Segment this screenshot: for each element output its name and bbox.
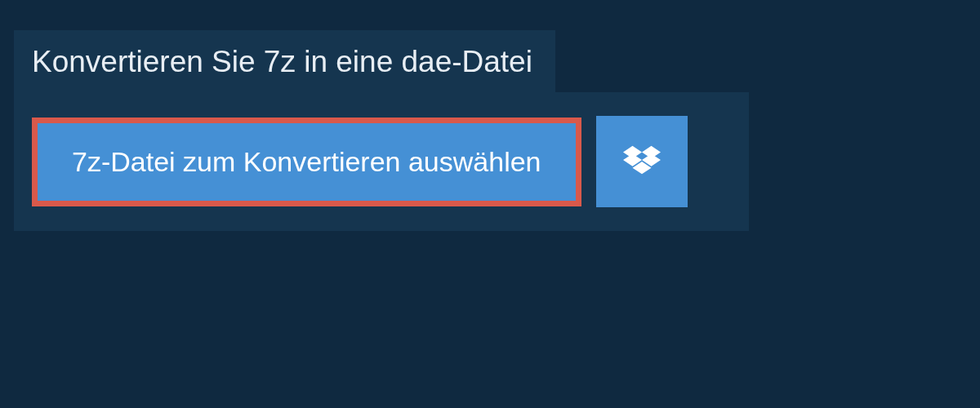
dropbox-button[interactable]	[596, 116, 688, 207]
upload-panel: 7z-Datei zum Konvertieren auswählen	[14, 92, 749, 231]
select-file-highlight: 7z-Datei zum Konvertieren auswählen	[32, 118, 581, 206]
header-bar: Konvertieren Sie 7z in eine dae-Datei	[14, 30, 555, 94]
page-title: Konvertieren Sie 7z in eine dae-Datei	[32, 45, 532, 79]
select-file-button[interactable]: 7z-Datei zum Konvertieren auswählen	[38, 123, 576, 201]
dropbox-icon	[623, 145, 661, 178]
